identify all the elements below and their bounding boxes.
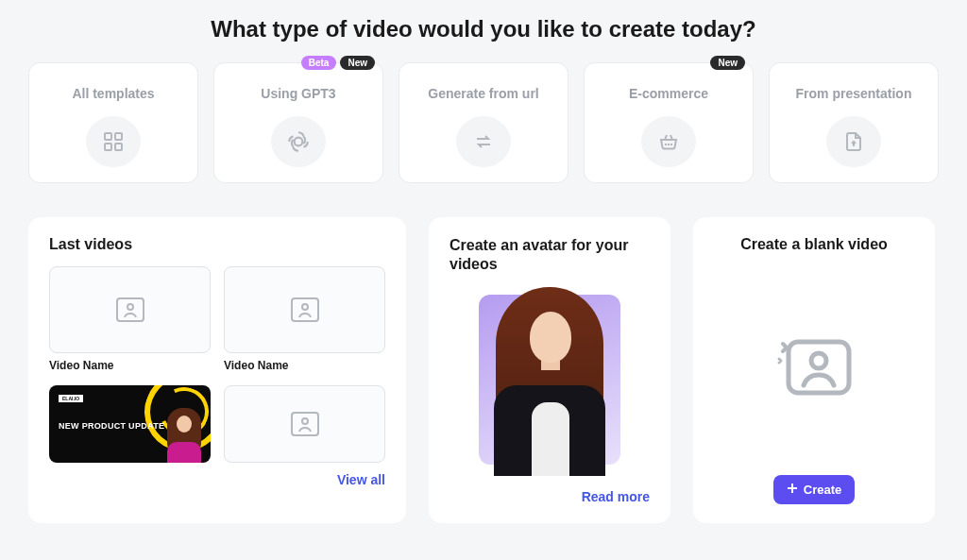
video-item[interactable]: ELAI.IO NEW PRODUCT UPDATE <box>49 385 211 463</box>
view-all-button[interactable]: View all <box>337 472 385 487</box>
badge-group: Beta New <box>301 56 375 70</box>
read-more-button[interactable]: Read more <box>582 489 650 504</box>
option-label: Generate from url <box>428 86 538 101</box>
video-placeholder-icon <box>49 266 211 353</box>
last-videos-panel: Last videos Video Name Video Name ELAI.I… <box>28 217 406 523</box>
option-generate-url[interactable]: Generate from url <box>399 62 568 183</box>
option-from-presentation[interactable]: From presentation <box>769 62 939 183</box>
thumb-person-illustration <box>165 408 203 463</box>
swap-icon <box>456 116 511 167</box>
new-badge: New <box>710 56 745 70</box>
panels-row: Last videos Video Name Video Name ELAI.I… <box>0 183 967 523</box>
video-placeholder-icon <box>224 266 385 353</box>
file-upload-icon <box>826 116 881 167</box>
option-all-templates[interactable]: All templates <box>28 62 198 183</box>
basket-icon <box>641 116 696 167</box>
svg-point-8 <box>302 304 308 310</box>
option-label: From presentation <box>796 86 912 101</box>
video-placeholder-icon <box>224 385 385 463</box>
badge-group: New <box>710 56 745 70</box>
page-title: What type of video would you like to cre… <box>0 0 967 62</box>
thumb-headline: NEW PRODUCT UPDATE <box>59 421 164 431</box>
svg-point-6 <box>127 304 133 310</box>
video-item[interactable]: Video Name <box>224 266 385 372</box>
thumb-brand: ELAI.IO <box>59 395 83 402</box>
video-name: Video Name <box>224 359 385 372</box>
panel-title: Create a blank video <box>714 236 914 253</box>
svg-rect-1 <box>115 133 122 140</box>
svg-point-10 <box>302 418 308 424</box>
panel-title: Last videos <box>49 236 385 253</box>
create-button[interactable]: Create <box>773 475 855 504</box>
plus-icon <box>787 483 798 497</box>
option-label: Using GPT3 <box>261 86 335 101</box>
beta-badge: Beta <box>301 56 337 70</box>
svg-point-12 <box>811 353 826 368</box>
video-grid: Video Name Video Name ELAI.IO NEW PRODUC… <box>49 266 385 463</box>
avatar-illustration <box>450 295 650 465</box>
option-ecommerce[interactable]: New E-commerce <box>584 62 754 183</box>
new-badge: New <box>340 56 375 70</box>
svg-rect-2 <box>105 144 111 150</box>
openai-icon <box>271 116 326 167</box>
create-avatar-panel: Create an avatar for your videos Read mo… <box>429 217 670 523</box>
option-gpt3[interactable]: Beta New Using GPT3 <box>213 62 383 183</box>
blank-video-panel: Create a blank video Create <box>693 217 935 523</box>
svg-point-4 <box>295 138 303 146</box>
svg-rect-3 <box>115 144 122 150</box>
option-label: E-commerce <box>629 86 708 101</box>
option-label: All templates <box>72 86 154 101</box>
option-cards-row: All templates Beta New Using GPT3 Genera… <box>0 62 967 183</box>
create-button-label: Create <box>804 483 841 497</box>
blank-video-icon <box>714 276 914 458</box>
panel-title: Create an avatar for your videos <box>450 236 650 274</box>
video-thumbnail: ELAI.IO NEW PRODUCT UPDATE <box>49 385 211 463</box>
video-item[interactable] <box>224 385 385 463</box>
video-name: Video Name <box>49 359 211 372</box>
grid-icon <box>86 116 141 167</box>
video-item[interactable]: Video Name <box>49 266 211 372</box>
svg-rect-0 <box>105 133 111 140</box>
